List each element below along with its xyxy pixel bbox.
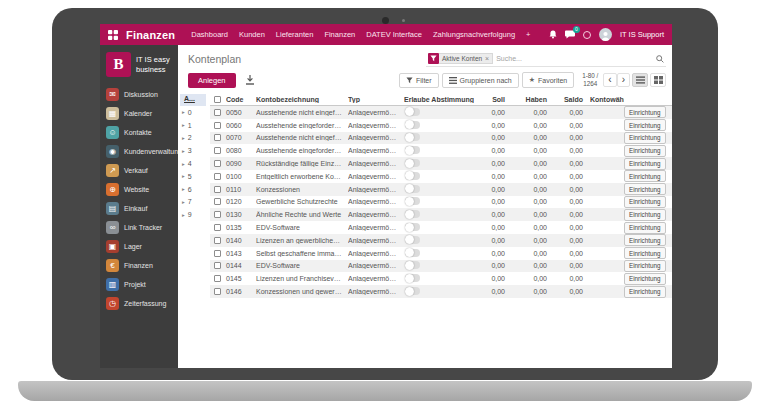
- hierarchy-group-9[interactable]: ▸9: [180, 208, 206, 221]
- setup-button[interactable]: Einrichtung: [624, 132, 666, 144]
- setup-button[interactable]: Einrichtung: [624, 273, 666, 285]
- setup-button[interactable]: Einrichtung: [624, 170, 666, 182]
- facet-remove-icon[interactable]: ×: [485, 55, 489, 62]
- allow-reconciliation-toggle[interactable]: [405, 121, 420, 129]
- allow-reconciliation-toggle[interactable]: [405, 236, 420, 244]
- group-by-button[interactable]: Gruppieren nach: [442, 73, 519, 88]
- topbar-menu-item-datev-interface[interactable]: DATEV Interface: [366, 30, 422, 39]
- row-checkbox[interactable]: [214, 147, 221, 154]
- allow-reconciliation-toggle[interactable]: [405, 172, 420, 180]
- setup-button[interactable]: Einrichtung: [624, 260, 666, 272]
- row-checkbox[interactable]: [214, 224, 221, 231]
- column-header-erlaube-abstimmung[interactable]: Erlaube Abstimmung: [404, 96, 474, 103]
- row-checkbox[interactable]: [214, 173, 221, 180]
- user-avatar[interactable]: [599, 28, 612, 41]
- column-header-kontobezeichnung[interactable]: Kontobezeichnung: [256, 96, 348, 103]
- column-header-code[interactable]: Code: [226, 96, 256, 103]
- apps-grid-icon[interactable]: [108, 30, 118, 40]
- hierarchy-group-7[interactable]: ▸7: [180, 196, 206, 209]
- favorites-button[interactable]: ★ Favoriten: [522, 72, 574, 88]
- expand-caret-icon[interactable]: ▸: [182, 109, 185, 115]
- sidebar-item-projekt[interactable]: ▥Projekt: [100, 275, 178, 294]
- setup-button[interactable]: Einrichtung: [624, 234, 666, 246]
- sidebar-item-diskussion[interactable]: ✉Diskussion: [100, 85, 178, 104]
- row-checkbox[interactable]: [214, 275, 221, 282]
- sidebar-item-einkauf[interactable]: ▤Einkauf: [100, 199, 178, 218]
- topbar-menu-item--[interactable]: +: [526, 30, 530, 39]
- sidebar-item-link-tracker[interactable]: ∞Link Tracker: [100, 218, 178, 237]
- table-row-0100[interactable]: 0100Entgeltlich erworbene Konzession...A…: [210, 170, 672, 183]
- hierarchy-group-4[interactable]: ▸4: [180, 157, 206, 170]
- table-row-0146[interactable]: 0146Konzessionen und gewerbliche S...Anl…: [210, 285, 672, 298]
- filter-button[interactable]: Filter: [399, 73, 439, 88]
- table-row-0130[interactable]: 0130Ähnliche Rechte und WerteAnlagevermö…: [210, 208, 672, 221]
- allow-reconciliation-toggle[interactable]: [405, 133, 420, 141]
- hierarchy-group-6[interactable]: ▸6: [180, 183, 206, 196]
- allow-reconciliation-toggle[interactable]: [405, 249, 420, 257]
- topbar-menu-item-lieferanten[interactable]: Lieferanten: [276, 30, 314, 39]
- sidebar-item-website[interactable]: ⊕Website: [100, 180, 178, 199]
- row-checkbox[interactable]: [214, 134, 221, 141]
- allow-reconciliation-toggle[interactable]: [405, 274, 420, 282]
- list-view-button[interactable]: [632, 73, 648, 87]
- row-checkbox[interactable]: [214, 160, 221, 167]
- setup-button[interactable]: Einrichtung: [624, 247, 666, 259]
- expand-caret-icon[interactable]: ▸: [182, 122, 185, 128]
- topbar-menu-item-dashboard[interactable]: Dashboard: [191, 30, 228, 39]
- column-header-kontowährung[interactable]: Kontowährung: [590, 96, 624, 103]
- sidebar-item-verkauf[interactable]: ↗Verkauf: [100, 161, 178, 180]
- search-icon[interactable]: [656, 55, 664, 63]
- allow-reconciliation-toggle[interactable]: [405, 108, 420, 116]
- allow-reconciliation-toggle[interactable]: [405, 146, 420, 154]
- setup-button[interactable]: Einrichtung: [624, 196, 666, 208]
- setup-button[interactable]: Einrichtung: [624, 183, 666, 195]
- table-row-0050[interactable]: 0050Ausstehende nicht eingeforderte ...A…: [210, 106, 672, 119]
- setup-button[interactable]: Einrichtung: [624, 222, 666, 234]
- expand-caret-icon[interactable]: ▸: [182, 161, 185, 167]
- hierarchy-group-2[interactable]: ▸2: [180, 132, 206, 145]
- table-row-0070[interactable]: 0070Ausstehende nicht eingeforderte ...A…: [210, 132, 672, 145]
- row-checkbox[interactable]: [214, 198, 221, 205]
- table-row-0090[interactable]: 0090Rückständige fällige Einzahlunge...A…: [210, 157, 672, 170]
- sidebar-item-finanzen[interactable]: €Finanzen: [100, 256, 178, 275]
- table-row-0135[interactable]: 0135EDV-SoftwareAnlagevermögen0,000,000,…: [210, 221, 672, 234]
- sidebar-item-kontakte[interactable]: ☺Kontakte: [100, 123, 178, 142]
- setup-button[interactable]: Einrichtung: [624, 158, 666, 170]
- column-header-saldo[interactable]: Saldo: [554, 96, 590, 103]
- column-header-haben[interactable]: Haben: [512, 96, 554, 103]
- setup-button[interactable]: Einrichtung: [624, 119, 666, 131]
- sidebar-item-kundenverwaltung[interactable]: ◉Kundenverwaltung: [100, 142, 178, 161]
- hierarchy-group-0[interactable]: ▸0: [180, 106, 206, 119]
- row-checkbox[interactable]: [214, 288, 221, 295]
- expand-caret-icon[interactable]: ▸: [182, 212, 185, 218]
- row-checkbox[interactable]: [214, 250, 221, 257]
- export-icon[interactable]: [245, 75, 255, 85]
- pager-next-button[interactable]: ›: [617, 73, 630, 87]
- table-row-0110[interactable]: 0110KonzessionenAnlagevermögen0,000,000,…: [210, 183, 672, 196]
- activities-icon[interactable]: [583, 31, 591, 39]
- table-row-0060[interactable]: 0060Ausstehende eingeforderte Einlag...A…: [210, 119, 672, 132]
- topbar-menu-item-kunden[interactable]: Kunden: [239, 30, 265, 39]
- messages-icon[interactable]: 0: [565, 30, 575, 39]
- row-checkbox[interactable]: [214, 237, 221, 244]
- topbar-menu-item-zahlungsnachverfolgung[interactable]: Zahlungsnachverfolgung: [433, 30, 515, 39]
- setup-button[interactable]: Einrichtung: [624, 106, 666, 118]
- hierarchy-group-5[interactable]: ▸5: [180, 170, 206, 183]
- user-name[interactable]: IT IS Support: [620, 30, 664, 39]
- setup-button[interactable]: Einrichtung: [624, 209, 666, 221]
- allow-reconciliation-toggle[interactable]: [405, 223, 420, 231]
- allow-reconciliation-toggle[interactable]: [405, 197, 420, 205]
- select-all-checkbox[interactable]: [214, 96, 221, 103]
- expand-caret-icon[interactable]: ▸: [182, 173, 185, 179]
- hierarchy-header[interactable]: A...: [180, 94, 206, 106]
- setup-button[interactable]: Einrichtung: [624, 286, 666, 298]
- table-row-0145[interactable]: 0145Lizenzen und FranchiseverträgeAnlage…: [210, 272, 672, 285]
- expand-caret-icon[interactable]: ▸: [182, 199, 185, 205]
- allow-reconciliation-toggle[interactable]: [405, 287, 420, 295]
- row-checkbox[interactable]: [214, 211, 221, 218]
- create-button[interactable]: Anlegen: [188, 73, 236, 88]
- topbar-menu-item-finanzen[interactable]: Finanzen: [324, 30, 355, 39]
- table-row-0120[interactable]: 0120Gewerbliche SchutzrechteAnlagevermög…: [210, 196, 672, 209]
- expand-caret-icon[interactable]: ▸: [182, 148, 185, 154]
- search-input[interactable]: Aktive Konten × Suche...: [426, 52, 666, 67]
